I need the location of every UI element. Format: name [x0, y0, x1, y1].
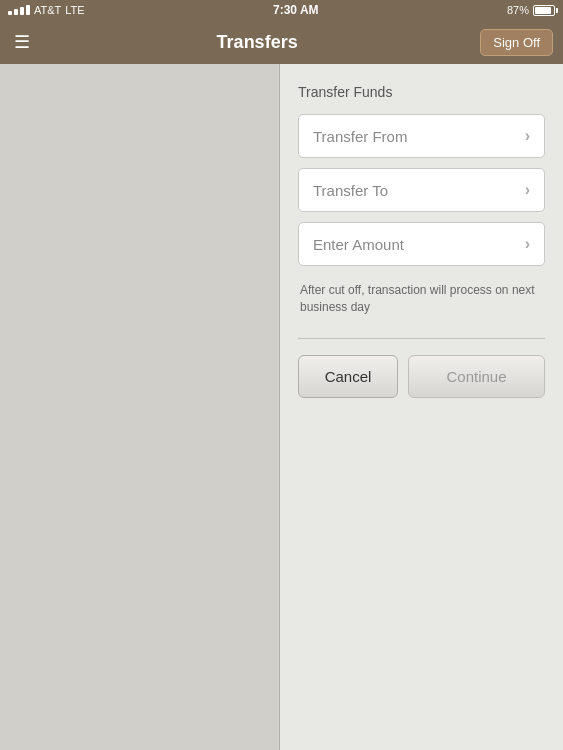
transfer-to-field[interactable]: Transfer To ›: [298, 168, 545, 212]
hamburger-menu-icon[interactable]: ☰: [10, 29, 34, 55]
enter-amount-label: Enter Amount: [313, 236, 404, 253]
main-layout: Transfer Funds Transfer From › Transfer …: [0, 64, 563, 750]
cancel-button[interactable]: Cancel: [298, 355, 398, 398]
continue-button[interactable]: Continue: [408, 355, 545, 398]
transfer-from-field[interactable]: Transfer From ›: [298, 114, 545, 158]
transfer-to-chevron-icon: ›: [525, 181, 530, 199]
battery-fill: [535, 7, 551, 14]
network-label: LTE: [65, 4, 84, 16]
battery-percent-label: 87%: [507, 4, 529, 16]
transfer-from-label: Transfer From: [313, 128, 407, 145]
section-title: Transfer Funds: [298, 84, 545, 100]
status-bar: AT&T LTE 7:30 AM 87%: [0, 0, 563, 20]
carrier-label: AT&T: [34, 4, 61, 16]
transfer-from-chevron-icon: ›: [525, 127, 530, 145]
signal-dots: [8, 5, 30, 15]
enter-amount-chevron-icon: ›: [525, 235, 530, 253]
divider: [298, 338, 545, 339]
battery-icon: [533, 5, 555, 16]
sign-off-button[interactable]: Sign Off: [480, 29, 553, 56]
page-title: Transfers: [217, 32, 298, 52]
transfer-content: Transfer Funds Transfer From › Transfer …: [280, 64, 563, 750]
sidebar: [0, 64, 280, 750]
enter-amount-field[interactable]: Enter Amount ›: [298, 222, 545, 266]
transfer-to-label: Transfer To: [313, 182, 388, 199]
time-label: 7:30 AM: [273, 3, 319, 17]
notice-text: After cut off, transaction will process …: [298, 276, 545, 322]
status-left: AT&T LTE: [8, 4, 85, 16]
nav-bar: ☰ Transfers Sign Off: [0, 20, 563, 64]
button-row: Cancel Continue: [298, 355, 545, 398]
status-right: 87%: [507, 4, 555, 16]
